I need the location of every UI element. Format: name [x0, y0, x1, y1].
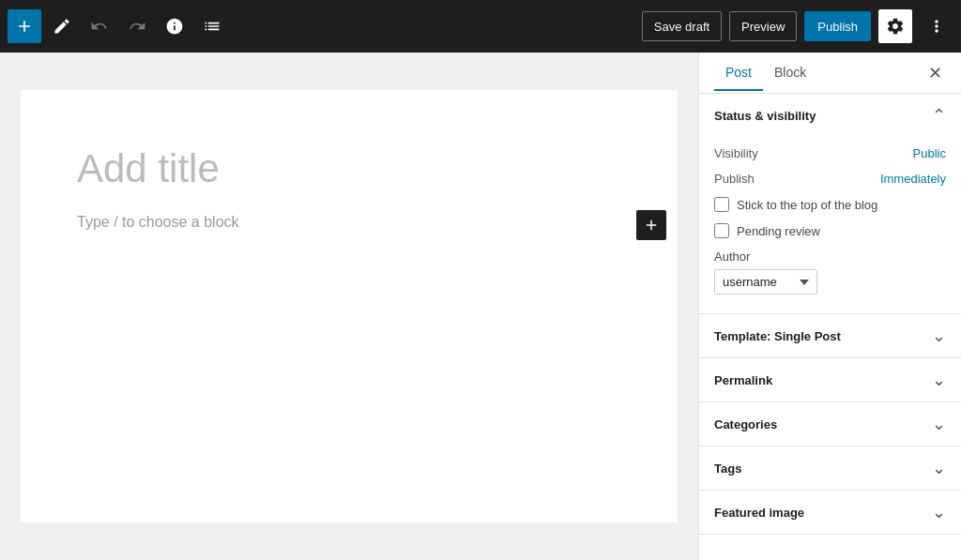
sidebar-tabs: Post Block ✕: [699, 53, 961, 94]
undo-icon: [90, 17, 109, 36]
info-button[interactable]: [158, 9, 191, 43]
panel-featured-image-header[interactable]: Featured image ⌄: [699, 491, 961, 534]
pencil-icon: [53, 17, 71, 36]
author-section: Author username: [714, 244, 946, 298]
panel-categories: Categories ⌄: [699, 402, 961, 446]
tab-post[interactable]: Post: [714, 55, 763, 91]
stick-to-top-checkbox[interactable]: [714, 197, 729, 212]
more-options-button[interactable]: [920, 9, 953, 43]
list-view-button[interactable]: [195, 9, 229, 43]
panel-featured-image: Featured image ⌄: [699, 491, 961, 535]
author-select[interactable]: username: [714, 269, 817, 295]
list-view-icon: [203, 17, 221, 36]
publish-button[interactable]: Publish: [804, 11, 871, 41]
add-block-toolbar-button[interactable]: [8, 9, 41, 43]
featured-image-toggle-icon: ⌄: [932, 504, 946, 521]
pending-review-label[interactable]: Pending review: [737, 224, 820, 238]
plus-inline-icon: [643, 217, 660, 234]
visibility-row: Visibility Public: [714, 141, 946, 166]
gear-icon: [886, 17, 905, 36]
publish-row: Publish Immediately: [714, 166, 946, 191]
pending-review-row: Pending review: [714, 218, 946, 244]
panel-categories-header[interactable]: Categories ⌄: [699, 402, 961, 446]
main-content: Add title Type / to choose a block Post …: [0, 53, 961, 560]
permalink-title: Permalink: [714, 373, 772, 387]
toolbar-left: [8, 9, 642, 43]
panel-status-visibility-header[interactable]: Status & visibility ⌃: [699, 94, 961, 137]
block-placeholder[interactable]: Type / to choose a block: [77, 214, 621, 231]
status-visibility-body: Visibility Public Publish Immediately St…: [699, 137, 961, 313]
redo-button[interactable]: [120, 9, 154, 43]
categories-title: Categories: [714, 417, 777, 431]
stick-to-top-row: Stick to the top of the blog: [714, 191, 946, 218]
panel-tags-header[interactable]: Tags ⌄: [699, 446, 961, 490]
status-visibility-title: Status & visibility: [714, 109, 816, 123]
permalink-toggle-icon: ⌄: [932, 371, 946, 388]
edit-tool-button[interactable]: [45, 9, 79, 43]
post-title[interactable]: Add title: [77, 146, 621, 191]
info-icon: [165, 17, 184, 36]
preview-button[interactable]: Preview: [729, 11, 797, 41]
template-title: Template: Single Post: [714, 329, 841, 343]
categories-toggle-icon: ⌄: [932, 416, 946, 432]
author-label: Author: [714, 250, 946, 264]
redo-icon: [128, 17, 146, 36]
settings-button[interactable]: [878, 9, 912, 43]
panel-tags: Tags ⌄: [699, 446, 961, 491]
pending-review-checkbox[interactable]: [714, 223, 729, 238]
panel-permalink-header[interactable]: Permalink ⌄: [699, 358, 961, 401]
featured-image-title: Featured image: [714, 506, 804, 520]
panel-status-visibility: Status & visibility ⌃ Visibility Public …: [699, 94, 961, 314]
publish-label: Publish: [714, 172, 755, 186]
status-visibility-toggle-icon: ⌃: [932, 107, 946, 124]
editor-area: Add title Type / to choose a block: [0, 53, 698, 560]
toolbar-right: Save draft Preview Publish: [642, 9, 953, 43]
tab-block[interactable]: Block: [763, 55, 817, 91]
save-draft-button[interactable]: Save draft: [642, 11, 722, 41]
template-toggle-icon: ⌄: [932, 327, 946, 344]
panel-template-header[interactable]: Template: Single Post ⌄: [699, 314, 961, 357]
add-inline-block-button[interactable]: [636, 210, 666, 240]
panel-template: Template: Single Post ⌄: [699, 314, 961, 358]
more-options-icon: [927, 17, 946, 36]
visibility-label: Visibility: [714, 146, 758, 160]
toolbar: Save draft Preview Publish: [0, 0, 961, 53]
stick-to-top-label[interactable]: Stick to the top of the blog: [737, 198, 877, 212]
publish-value[interactable]: Immediately: [880, 172, 946, 186]
visibility-value[interactable]: Public: [913, 146, 946, 160]
editor-content: Add title Type / to choose a block: [21, 90, 678, 522]
panel-permalink: Permalink ⌄: [699, 358, 961, 402]
plus-icon: [15, 17, 34, 36]
sidebar: Post Block ✕ Status & visibility ⌃ Visib…: [698, 53, 961, 560]
tags-toggle-icon: ⌄: [932, 460, 946, 477]
tags-title: Tags: [714, 462, 741, 476]
undo-button[interactable]: [83, 9, 116, 43]
sidebar-close-button[interactable]: ✕: [924, 61, 946, 85]
